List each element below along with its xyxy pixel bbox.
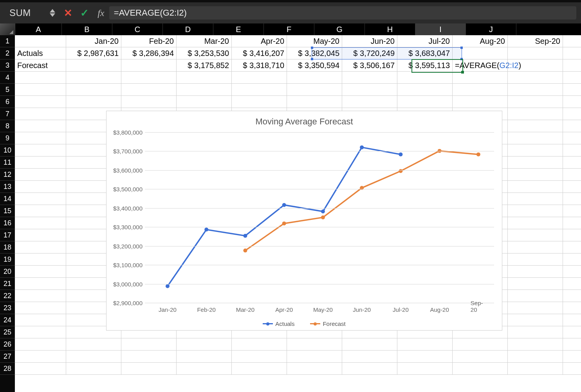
- cell-J15[interactable]: [508, 205, 563, 217]
- cell-C27[interactable]: [121, 351, 177, 362]
- row-header-28[interactable]: 28: [0, 363, 15, 375]
- cell-G3[interactable]: $ 3,506,167: [342, 59, 397, 71]
- row-header-8[interactable]: 8: [0, 120, 15, 132]
- cell-F5[interactable]: [287, 84, 342, 95]
- cell-F26[interactable]: [287, 338, 342, 350]
- row-header-14[interactable]: 14: [0, 193, 15, 205]
- cell-A9[interactable]: [15, 132, 66, 144]
- row-header-3[interactable]: 3: [0, 59, 15, 72]
- cell-G5[interactable]: [342, 84, 397, 95]
- row-header-27[interactable]: 27: [0, 351, 15, 363]
- cell-E2[interactable]: $ 3,416,207: [232, 47, 287, 59]
- cell-I5[interactable]: [453, 84, 508, 95]
- cell-H28[interactable]: [397, 363, 453, 374]
- cell-F1[interactable]: May-20: [287, 35, 342, 47]
- cell-J21[interactable]: [508, 278, 563, 290]
- cell-A17[interactable]: [15, 229, 66, 241]
- cell-F2[interactable]: $ 3,382,045: [287, 47, 342, 59]
- row-header-24[interactable]: 24: [0, 314, 15, 326]
- row-header-10[interactable]: 10: [0, 144, 15, 156]
- cell-B2[interactable]: $ 2,987,631: [66, 47, 121, 59]
- cell-E28[interactable]: [232, 363, 287, 374]
- cell-D5[interactable]: [177, 84, 232, 95]
- row-header-9[interactable]: 9: [0, 132, 15, 144]
- cell-I6[interactable]: [453, 96, 508, 108]
- formula-input[interactable]: =AVERAGE(G2:I2): [109, 6, 576, 20]
- cell-A3[interactable]: Forecast: [15, 59, 66, 71]
- fx-icon[interactable]: fx: [93, 8, 109, 18]
- worksheet[interactable]: 1234567891011121314151617181920212223242…: [0, 35, 581, 392]
- row-header-21[interactable]: 21: [0, 278, 15, 290]
- cell-C26[interactable]: [121, 338, 177, 350]
- cell-A18[interactable]: [15, 241, 66, 253]
- cell-A2[interactable]: Actuals: [15, 47, 66, 59]
- row-header-4[interactable]: 4: [0, 72, 15, 84]
- cell-F27[interactable]: [287, 351, 342, 362]
- column-header-D[interactable]: D: [163, 23, 213, 35]
- cell-J10[interactable]: [508, 144, 563, 156]
- cell-J1[interactable]: Sep-20: [508, 35, 563, 47]
- cell-J4[interactable]: [508, 72, 563, 83]
- cell-J2[interactable]: [508, 47, 563, 59]
- cell-A11[interactable]: [15, 156, 66, 168]
- cell-E1[interactable]: Apr-20: [232, 35, 287, 47]
- cell-J7[interactable]: [508, 108, 563, 120]
- cell-B6[interactable]: [66, 96, 121, 108]
- cell-I3[interactable]: =AVERAGE(G2:I2): [453, 59, 508, 71]
- cell-C6[interactable]: [121, 96, 177, 108]
- cell-J11[interactable]: [508, 156, 563, 168]
- cell-F3[interactable]: $ 3,350,594: [287, 59, 342, 71]
- cell-A23[interactable]: [15, 302, 66, 314]
- chart-moving-average[interactable]: Moving Average Forecast $2,900,000$3,000…: [106, 111, 502, 331]
- cell-A7[interactable]: [15, 108, 66, 120]
- cell-D26[interactable]: [177, 338, 232, 350]
- cell-A16[interactable]: [15, 217, 66, 229]
- cell-I28[interactable]: [453, 363, 508, 374]
- cell-J9[interactable]: [508, 132, 563, 144]
- name-box[interactable]: SUM: [9, 7, 31, 18]
- column-header-I[interactable]: I: [415, 23, 466, 35]
- cell-I27[interactable]: [453, 351, 508, 362]
- cell-E5[interactable]: [232, 84, 287, 95]
- cell-A27[interactable]: [15, 351, 66, 362]
- select-all-corner[interactable]: [0, 23, 15, 35]
- cell-I4[interactable]: [453, 72, 508, 83]
- cell-J3[interactable]: [508, 59, 563, 71]
- cell-F6[interactable]: [287, 96, 342, 108]
- cell-I26[interactable]: [453, 338, 508, 350]
- cell-J17[interactable]: [508, 229, 563, 241]
- column-header-C[interactable]: C: [112, 23, 163, 35]
- cell-J18[interactable]: [508, 241, 563, 253]
- cell-B26[interactable]: [66, 338, 121, 350]
- cell-B1[interactable]: Jan-20: [66, 35, 121, 47]
- cell-F28[interactable]: [287, 363, 342, 374]
- cell-A1[interactable]: [15, 35, 66, 47]
- chevron-down-icon[interactable]: [50, 13, 55, 17]
- row-header-19[interactable]: 19: [0, 254, 15, 266]
- cell-A24[interactable]: [15, 314, 66, 326]
- row-header-23[interactable]: 23: [0, 302, 15, 314]
- cell-C3[interactable]: [121, 59, 177, 71]
- row-header-1[interactable]: 1: [0, 35, 15, 47]
- cell-E4[interactable]: [232, 72, 287, 83]
- cell-A12[interactable]: [15, 169, 66, 180]
- cell-J5[interactable]: [508, 84, 563, 95]
- row-header-25[interactable]: 25: [0, 326, 15, 338]
- cell-J27[interactable]: [508, 351, 563, 362]
- column-header-G[interactable]: G: [314, 23, 365, 35]
- row-header-5[interactable]: 5: [0, 84, 15, 96]
- cell-A26[interactable]: [15, 338, 66, 350]
- cells-area[interactable]: Jan-20Feb-20Mar-20Apr-20May-20Jun-20Jul-…: [15, 35, 581, 392]
- cell-J6[interactable]: [508, 96, 563, 108]
- row-header-13[interactable]: 13: [0, 181, 15, 193]
- cell-J13[interactable]: [508, 181, 563, 192]
- column-header-F[interactable]: F: [264, 23, 314, 35]
- cell-F4[interactable]: [287, 72, 342, 83]
- cell-B28[interactable]: [66, 363, 121, 374]
- cell-A4[interactable]: [15, 72, 66, 83]
- column-header-H[interactable]: H: [365, 23, 415, 35]
- cell-E3[interactable]: $ 3,318,710: [232, 59, 287, 71]
- cell-D6[interactable]: [177, 96, 232, 108]
- cell-C1[interactable]: Feb-20: [121, 35, 177, 47]
- cell-G26[interactable]: [342, 338, 397, 350]
